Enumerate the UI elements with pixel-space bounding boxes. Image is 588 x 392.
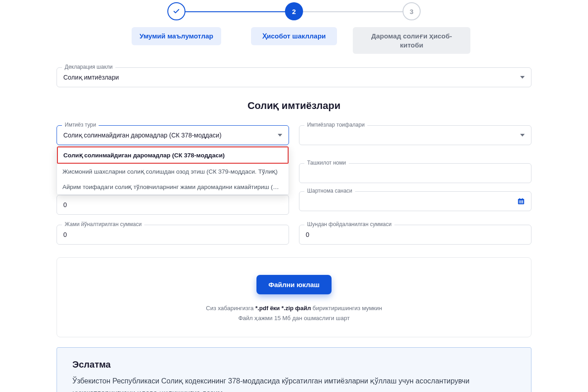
contract-date-field: Шартнома санаси	[299, 191, 531, 211]
benefit-type-dropdown: Солиқ солинмайдиган даромадлар (СК 378-м…	[57, 146, 289, 195]
upload-box: Файлни юклаш Сиз хабарингизга *.pdf ёки …	[57, 257, 531, 337]
step-2-label: Ҳисобот шакллари	[251, 27, 337, 45]
benefit-type-select[interactable]: Солиқ солинмайдиган даромадлар (СК 378-м…	[57, 125, 289, 145]
total-directed-field: Жами йўналтирилган суммаси	[57, 225, 289, 245]
dropdown-option[interactable]: Солиқ солинмайдиган даромадлар (СК 378-м…	[57, 146, 289, 164]
checkmark-icon	[173, 8, 180, 15]
step-connector	[176, 11, 294, 12]
used-amount-input[interactable]	[299, 225, 531, 245]
used-amount-label: Шундан фойдаланилган суммаси	[304, 221, 394, 227]
contract-date-input[interactable]	[299, 191, 531, 211]
step-1-label: Умумий маълумотлар	[132, 27, 222, 45]
section-title: Солиқ имтиёзлари	[57, 100, 531, 112]
step-2-circle: 2	[285, 2, 303, 20]
upload-hint-prefix: Сиз хабарингизга	[206, 305, 255, 312]
note-box: Эслатма Ўзбекистон Республикаси Солиқ ко…	[57, 347, 531, 392]
chevron-down-icon	[520, 134, 525, 137]
declaration-form-value: Солиқ имтиёзлари	[63, 74, 119, 81]
upload-hint: Сиз хабарингизга *.pdf ёки *.zip файл би…	[66, 303, 522, 323]
total-directed-label: Жами йўналтирилган суммаси	[62, 221, 144, 227]
total-directed-input[interactable]	[57, 225, 289, 245]
step-2[interactable]: 2 Ҳисобот шакллари	[235, 2, 353, 45]
hidden-numeric-field	[57, 195, 289, 215]
chevron-down-icon	[520, 76, 525, 79]
declaration-form-label: Декларация шакли	[62, 64, 115, 70]
dropdown-option[interactable]: Айрим тоифадаги солиқ тўловчиларнинг жам…	[57, 179, 289, 194]
upload-hint-line2: Файл ҳажми 15 Мб дан ошмаслиги шарт	[66, 313, 522, 323]
numeric-input-1[interactable]	[57, 195, 289, 215]
benefit-type-value: Солиқ солинмайдиган даромадлар (СК 378-м…	[63, 132, 222, 139]
chevron-down-icon	[278, 134, 282, 137]
upload-hint-bold: *.pdf ёки *.zip файл	[255, 305, 311, 312]
upload-button[interactable]: Файлни юклаш	[256, 275, 331, 294]
step-1-circle	[167, 2, 185, 20]
used-amount-field: Шундан фойдаланилган суммаси	[299, 225, 531, 245]
dropdown-option[interactable]: Жисмоний шахсларни солиқ солишдан озод э…	[57, 164, 289, 179]
step-connector	[294, 11, 412, 12]
declaration-form-select[interactable]: Солиқ имтиёзлари	[57, 67, 531, 87]
benefit-type-field: Имтиёз тури Солиқ солинмайдиган даромадл…	[57, 125, 289, 145]
declaration-form-field: Декларация шакли Солиқ имтиёзлари	[57, 67, 531, 87]
step-1[interactable]: Умумий маълумотлар	[118, 2, 235, 45]
upload-hint-suffix: бириктиришингиз мумкин	[311, 305, 382, 312]
org-name-field: Ташкилот номи	[299, 163, 531, 183]
benefit-categories-select[interactable]	[299, 125, 531, 145]
org-name-input[interactable]	[299, 163, 531, 183]
note-text: Ўзбекистон Республикаси Солиқ кодексинин…	[72, 375, 516, 392]
svg-rect-1	[519, 200, 524, 204]
contract-date-label: Шартнома санаси	[304, 188, 355, 194]
step-3[interactable]: 3 Даромад солиғи ҳисоб-китоби	[353, 2, 470, 54]
benefit-type-label: Имтиёз тури	[62, 122, 99, 128]
stepper: Умумий маълумотлар 2 Ҳисобот шакллари 3 …	[57, 2, 531, 54]
step-3-circle: 3	[403, 2, 421, 20]
org-name-label: Ташкилот номи	[304, 160, 349, 166]
calendar-icon[interactable]	[517, 197, 525, 205]
benefit-categories-field: Имтиёзлар тоифалари	[299, 125, 531, 145]
step-3-label: Даромад солиғи ҳисоб-китоби	[353, 27, 470, 54]
benefit-categories-label: Имтиёзлар тоифалари	[304, 122, 367, 128]
note-title: Эслатма	[72, 359, 516, 370]
